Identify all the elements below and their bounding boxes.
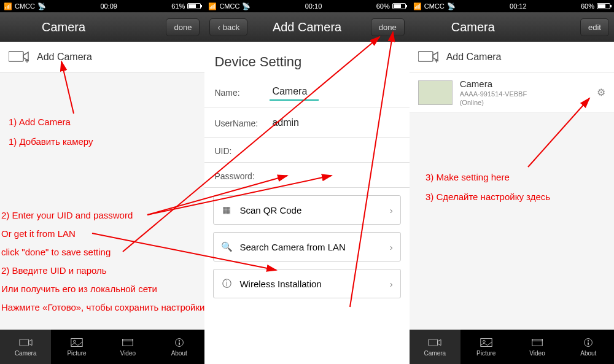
name-input[interactable]: Camera (270, 85, 319, 101)
add-camera-label: Add Camera (446, 52, 502, 63)
camera-name: Camera (460, 79, 527, 89)
tab-camera[interactable]: Camera (0, 330, 51, 364)
svg-rect-14 (429, 339, 438, 346)
tab-camera[interactable]: Camera (410, 330, 460, 364)
video-icon (121, 337, 134, 348)
screen-camera-list: 📶 CMCC 📡 00:09 61% Camera done Add Camer… (0, 0, 204, 364)
picture-icon (480, 337, 493, 348)
wifi-icon: ⓘ (221, 278, 232, 289)
status-time: 00:10 (305, 2, 322, 10)
uid-label: UID: (214, 146, 270, 156)
carrier: CMCC (15, 2, 35, 10)
battery-icon (187, 3, 201, 9)
uid-field-row: UID: (204, 137, 409, 163)
status-time: 00:09 (100, 2, 117, 10)
signal-icon: 📶 (4, 2, 12, 10)
gear-icon[interactable]: ⚙ (597, 87, 605, 98)
tab-bar: Camera Picture Video About (0, 330, 204, 364)
content-area: Device Setting Name: Camera UserName: ad… (204, 42, 409, 364)
status-bar: 📶 CMCC 📡 00:09 61% (0, 0, 204, 12)
about-icon (173, 337, 186, 348)
chevron-right-icon: › (390, 279, 393, 289)
camera-add-icon (9, 50, 29, 64)
chevron-left-icon: ‹ (217, 23, 220, 32)
qr-icon: ▦ (221, 204, 232, 215)
tab-picture[interactable]: Picture (51, 330, 102, 364)
svg-rect-0 (9, 52, 23, 61)
camera-uid: AAAA-991514-VEBBF (460, 90, 527, 98)
wifi-icon: 📡 (242, 2, 251, 10)
nav-bar: Camera done (0, 12, 204, 42)
password-label: Password: (214, 171, 270, 181)
section-heading: Device Setting (204, 42, 409, 76)
status-time: 00:12 (510, 2, 527, 10)
camera-icon (19, 337, 33, 348)
camera-info: Camera AAAA-991514-VEBBF (Online) (460, 79, 527, 106)
page-title: Camera (5, 20, 85, 34)
back-button[interactable]: ‹back (209, 18, 247, 36)
picture-icon (70, 337, 84, 348)
battery-icon (392, 3, 406, 9)
svg-rect-6 (123, 339, 133, 346)
uid-input[interactable] (270, 149, 319, 153)
battery-icon (597, 3, 610, 9)
content-area: Add Camera (0, 42, 204, 330)
username-field-row: UserName: admin (204, 107, 409, 137)
page-title: Add Camera (273, 20, 341, 34)
add-camera-button[interactable]: Add Camera (0, 42, 204, 72)
tab-video[interactable]: Video (103, 330, 154, 364)
status-bar: 📶CMCC📡 00:10 60% (204, 0, 409, 12)
chevron-right-icon: › (390, 205, 393, 215)
screen-add-camera: 📶CMCC📡 00:10 60% ‹back Add Camera done D… (204, 0, 409, 364)
username-label: UserName: (214, 118, 270, 128)
camera-thumbnail (418, 80, 453, 105)
svg-rect-15 (481, 339, 492, 347)
video-icon (530, 337, 544, 348)
search-lan-button[interactable]: 🔍 Search Camera from LAN › (213, 232, 400, 261)
search-icon: 🔍 (221, 241, 232, 252)
wireless-install-button[interactable]: ⓘ Wireless Installation › (213, 269, 400, 298)
edit-button[interactable]: edit (580, 18, 609, 36)
content-area: Add Camera Camera AAAA-991514-VEBBF (Onl… (410, 42, 614, 330)
svg-rect-18 (532, 339, 543, 341)
wifi-icon: 📡 (447, 2, 456, 10)
wireless-label: Wireless Installation (239, 279, 321, 289)
camera-add-icon (418, 50, 439, 64)
signal-icon: 📶 (413, 2, 422, 10)
nav-bar: ‹back Add Camera done (204, 12, 409, 42)
tab-picture[interactable]: Picture (460, 330, 511, 364)
camera-icon (428, 337, 441, 348)
status-bar: 📶CMCC📡 00:12 60% (410, 0, 614, 12)
tab-about[interactable]: About (563, 330, 614, 364)
svg-rect-7 (123, 339, 133, 341)
tab-video[interactable]: Video (511, 330, 562, 364)
page-title: Camera (414, 20, 495, 34)
add-camera-button[interactable]: Add Camera (410, 42, 614, 72)
search-lan-label: Search Camera from LAN (239, 242, 346, 252)
done-button[interactable]: done (166, 18, 200, 36)
scan-qr-button[interactable]: ▦ Scan QR Code › (213, 195, 400, 225)
svg-rect-4 (71, 339, 82, 347)
add-camera-label: Add Camera (37, 52, 92, 63)
username-input[interactable]: admin (270, 116, 319, 131)
svg-point-16 (483, 340, 485, 343)
done-button[interactable]: done (371, 18, 405, 36)
wifi-icon: 📡 (37, 2, 46, 10)
svg-rect-11 (418, 52, 433, 61)
screen-camera-list-populated: 📶CMCC📡 00:12 60% Camera edit Add Camera … (410, 0, 614, 364)
tab-bar: Camera Picture Video About (410, 330, 614, 364)
svg-rect-17 (532, 339, 543, 346)
about-icon (581, 337, 595, 348)
battery-percent: 61% (171, 2, 185, 10)
name-field-row: Name: Camera (204, 76, 409, 107)
signal-icon: 📶 (208, 2, 217, 10)
tab-about[interactable]: About (154, 330, 204, 364)
password-input[interactable] (270, 174, 319, 178)
password-field-row: Password: (204, 163, 409, 188)
name-label: Name: (214, 88, 270, 98)
camera-list-item[interactable]: Camera AAAA-991514-VEBBF (Online) ⚙ (410, 72, 614, 113)
scan-qr-label: Scan QR Code (239, 205, 301, 215)
svg-point-5 (74, 340, 76, 343)
nav-bar: Camera edit (410, 12, 614, 42)
camera-status: (Online) (460, 99, 527, 106)
